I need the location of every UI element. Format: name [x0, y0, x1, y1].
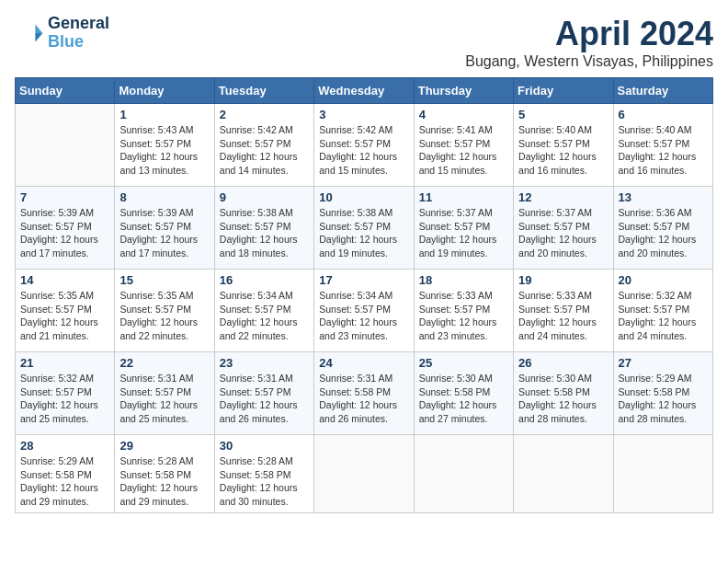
calendar-cell: 29Sunrise: 5:28 AM Sunset: 5:58 PM Dayli… [115, 435, 214, 513]
calendar-cell: 24Sunrise: 5:31 AM Sunset: 5:58 PM Dayli… [314, 352, 414, 435]
week-row-3: 14Sunrise: 5:35 AM Sunset: 5:57 PM Dayli… [16, 270, 713, 352]
day-info: Sunrise: 5:42 AM Sunset: 5:57 PM Dayligh… [220, 123, 309, 178]
calendar-cell: 8Sunrise: 5:39 AM Sunset: 5:57 PM Daylig… [115, 187, 214, 270]
day-number: 28 [20, 439, 109, 453]
day-number: 10 [319, 190, 408, 204]
day-info: Sunrise: 5:35 AM Sunset: 5:57 PM Dayligh… [119, 289, 209, 343]
day-info: Sunrise: 5:32 AM Sunset: 5:57 PM Dayligh… [20, 372, 109, 426]
calendar-cell: 13Sunrise: 5:36 AM Sunset: 5:57 PM Dayli… [613, 187, 712, 270]
title-area: April 2024 Bugang, Western Visayas, Phil… [465, 15, 713, 70]
day-info: Sunrise: 5:38 AM Sunset: 5:57 PM Dayligh… [220, 206, 309, 260]
calendar-table: SundayMondayTuesdayWednesdayThursdayFrid… [15, 77, 713, 513]
calendar-cell: 16Sunrise: 5:34 AM Sunset: 5:57 PM Dayli… [214, 270, 313, 352]
day-number: 5 [518, 108, 608, 121]
day-info: Sunrise: 5:28 AM Sunset: 5:58 PM Dayligh… [119, 454, 209, 509]
day-number: 20 [619, 273, 708, 287]
day-number: 30 [220, 439, 309, 453]
calendar-cell: 21Sunrise: 5:32 AM Sunset: 5:57 PM Dayli… [16, 352, 115, 435]
calendar-cell [314, 435, 414, 513]
week-row-5: 28Sunrise: 5:29 AM Sunset: 5:58 PM Dayli… [16, 435, 713, 513]
calendar-cell: 5Sunrise: 5:40 AM Sunset: 5:57 PM Daylig… [514, 104, 613, 187]
calendar-cell: 26Sunrise: 5:30 AM Sunset: 5:58 PM Dayli… [514, 352, 613, 435]
day-info: Sunrise: 5:43 AM Sunset: 5:57 PM Dayligh… [119, 123, 209, 178]
calendar-cell: 22Sunrise: 5:31 AM Sunset: 5:57 PM Dayli… [115, 352, 214, 435]
day-header-friday: Friday [514, 78, 613, 104]
week-row-4: 21Sunrise: 5:32 AM Sunset: 5:57 PM Dayli… [16, 352, 713, 435]
day-info: Sunrise: 5:32 AM Sunset: 5:57 PM Dayligh… [619, 289, 708, 343]
week-row-2: 7Sunrise: 5:39 AM Sunset: 5:57 PM Daylig… [16, 187, 713, 270]
day-header-monday: Monday [115, 78, 214, 104]
calendar-cell: 4Sunrise: 5:41 AM Sunset: 5:57 PM Daylig… [414, 104, 513, 187]
calendar-cell: 17Sunrise: 5:34 AM Sunset: 5:57 PM Dayli… [314, 270, 414, 352]
day-info: Sunrise: 5:34 AM Sunset: 5:57 PM Dayligh… [220, 289, 309, 343]
calendar-cell [613, 435, 712, 513]
day-info: Sunrise: 5:41 AM Sunset: 5:57 PM Dayligh… [419, 123, 508, 178]
logo-icon [15, 18, 44, 48]
calendar-cell: 25Sunrise: 5:30 AM Sunset: 5:58 PM Dayli… [414, 352, 513, 435]
calendar-cell: 28Sunrise: 5:29 AM Sunset: 5:58 PM Dayli… [16, 435, 115, 513]
day-number: 17 [319, 273, 408, 287]
day-info: Sunrise: 5:31 AM Sunset: 5:57 PM Dayligh… [220, 372, 309, 426]
day-info: Sunrise: 5:39 AM Sunset: 5:57 PM Dayligh… [119, 206, 209, 260]
day-header-thursday: Thursday [414, 78, 513, 104]
day-info: Sunrise: 5:33 AM Sunset: 5:57 PM Dayligh… [518, 289, 608, 343]
calendar-cell: 2Sunrise: 5:42 AM Sunset: 5:57 PM Daylig… [214, 104, 313, 187]
day-number: 25 [419, 356, 508, 370]
day-header-tuesday: Tuesday [214, 78, 313, 104]
calendar-cell: 9Sunrise: 5:38 AM Sunset: 5:57 PM Daylig… [214, 187, 313, 270]
day-info: Sunrise: 5:28 AM Sunset: 5:58 PM Dayligh… [220, 454, 309, 509]
day-info: Sunrise: 5:38 AM Sunset: 5:57 PM Dayligh… [319, 206, 408, 260]
day-number: 21 [20, 356, 109, 370]
svg-marker-1 [35, 33, 42, 42]
day-header-wednesday: Wednesday [314, 78, 414, 104]
day-number: 7 [20, 190, 109, 204]
day-number: 22 [119, 356, 209, 370]
day-number: 26 [518, 356, 608, 370]
day-number: 11 [419, 190, 508, 204]
calendar-cell: 11Sunrise: 5:37 AM Sunset: 5:57 PM Dayli… [414, 187, 513, 270]
location-title: Bugang, Western Visayas, Philippines [465, 53, 713, 70]
calendar-cell: 20Sunrise: 5:32 AM Sunset: 5:57 PM Dayli… [613, 270, 712, 352]
day-number: 19 [518, 273, 608, 287]
day-number: 29 [119, 439, 209, 453]
day-info: Sunrise: 5:33 AM Sunset: 5:57 PM Dayligh… [419, 289, 508, 343]
calendar-cell: 19Sunrise: 5:33 AM Sunset: 5:57 PM Dayli… [514, 270, 613, 352]
day-number: 9 [220, 190, 309, 204]
page-header: General Blue April 2024 Bugang, Western … [15, 15, 713, 70]
day-info: Sunrise: 5:35 AM Sunset: 5:57 PM Dayligh… [20, 289, 109, 343]
day-header-sunday: Sunday [16, 78, 115, 104]
day-info: Sunrise: 5:39 AM Sunset: 5:57 PM Dayligh… [20, 206, 109, 260]
day-number: 6 [619, 108, 708, 121]
day-number: 2 [220, 108, 309, 121]
week-row-1: 1Sunrise: 5:43 AM Sunset: 5:57 PM Daylig… [16, 104, 713, 187]
calendar-cell [514, 435, 613, 513]
day-info: Sunrise: 5:30 AM Sunset: 5:58 PM Dayligh… [518, 372, 608, 426]
day-info: Sunrise: 5:36 AM Sunset: 5:57 PM Dayligh… [619, 206, 708, 260]
day-number: 18 [419, 273, 508, 287]
day-number: 23 [220, 356, 309, 370]
day-number: 4 [419, 108, 508, 121]
day-number: 8 [119, 190, 209, 204]
day-number: 24 [319, 356, 408, 370]
calendar-cell: 23Sunrise: 5:31 AM Sunset: 5:57 PM Dayli… [214, 352, 313, 435]
logo: General Blue [15, 15, 109, 52]
calendar-cell: 7Sunrise: 5:39 AM Sunset: 5:57 PM Daylig… [16, 187, 115, 270]
calendar-cell: 27Sunrise: 5:29 AM Sunset: 5:58 PM Dayli… [613, 352, 712, 435]
day-info: Sunrise: 5:31 AM Sunset: 5:58 PM Dayligh… [319, 372, 408, 426]
calendar-cell: 12Sunrise: 5:37 AM Sunset: 5:57 PM Dayli… [514, 187, 613, 270]
day-header-saturday: Saturday [613, 78, 712, 104]
day-info: Sunrise: 5:31 AM Sunset: 5:57 PM Dayligh… [119, 372, 209, 426]
calendar-cell: 30Sunrise: 5:28 AM Sunset: 5:58 PM Dayli… [214, 435, 313, 513]
calendar-cell [16, 104, 115, 187]
day-info: Sunrise: 5:37 AM Sunset: 5:57 PM Dayligh… [419, 206, 508, 260]
month-title: April 2024 [465, 15, 713, 53]
day-info: Sunrise: 5:37 AM Sunset: 5:57 PM Dayligh… [518, 206, 608, 260]
day-info: Sunrise: 5:34 AM Sunset: 5:57 PM Dayligh… [319, 289, 408, 343]
day-number: 13 [619, 190, 708, 204]
day-info: Sunrise: 5:29 AM Sunset: 5:58 PM Dayligh… [619, 372, 708, 426]
day-info: Sunrise: 5:40 AM Sunset: 5:57 PM Dayligh… [518, 123, 608, 178]
day-info: Sunrise: 5:40 AM Sunset: 5:57 PM Dayligh… [619, 123, 708, 178]
day-number: 12 [518, 190, 608, 204]
logo-text: General Blue [48, 15, 109, 52]
day-number: 27 [619, 356, 708, 370]
